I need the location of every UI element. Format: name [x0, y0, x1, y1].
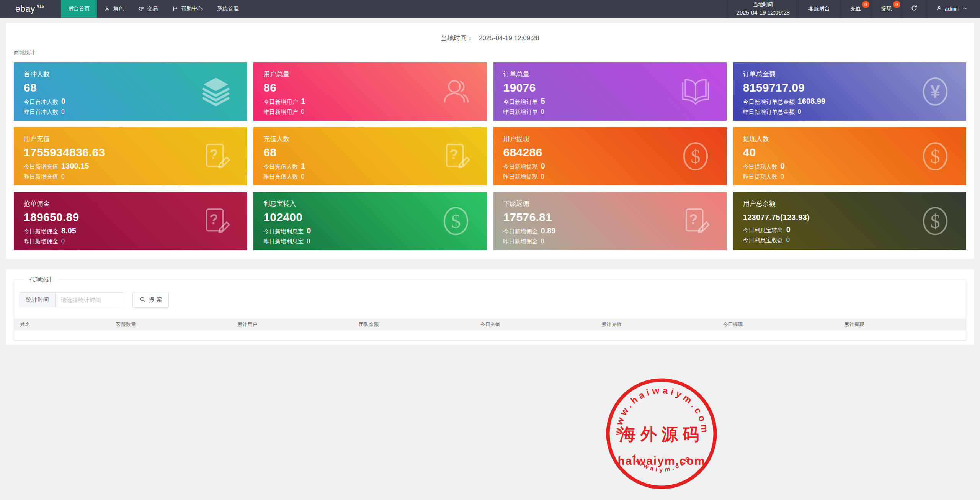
svg-text:$: $ — [451, 210, 461, 232]
stat-card-yesterday-value: 0 — [61, 238, 65, 245]
stat-card-yesterday-label: 昨日新增利息宝 — [263, 238, 304, 245]
table-header-col-2: 客服数量 — [116, 321, 237, 328]
search-button-label: 搜 索 — [149, 296, 162, 303]
page: ebay V16 后台首页 角色 交易 帮助中心 系统管理 当地时间 2025-… — [0, 0, 980, 500]
watermark-stamp: www.haiwaiym.com 海外源码 haiwaiym.com haiwa… — [604, 376, 719, 491]
stat-card-yesterday-label: 昨日新增提现 — [503, 173, 538, 180]
agent-table-header: 姓名客服数量累计用户团队余额今日充值累计充值今日提现累计提现 — [14, 318, 966, 330]
nav-item-2[interactable]: 角色 — [97, 0, 131, 18]
stat-card-today-value: 1300.15 — [61, 162, 89, 170]
stat-card-today-value: 0.89 — [541, 226, 556, 235]
withdraw-badge: 0 — [893, 1, 900, 8]
stat-card-today-label: 今日新增利息宝 — [263, 228, 304, 235]
app-logo[interactable]: ebay V16 — [0, 0, 61, 18]
stat-cards-grid: 首冲人数 68 今日首冲人数 0 昨日首冲人数 0 用户总量 86 今日新增用户… — [14, 62, 966, 252]
withdraw-link[interactable]: 提现 0 — [871, 0, 902, 18]
agent-stats-panel: 代理统计 统计时间 搜 索 姓名客服数量累计用户团队余额今日充值累计充值今日提现… — [6, 269, 974, 345]
top-navbar: ebay V16 后台首页 角色 交易 帮助中心 系统管理 当地时间 2025-… — [0, 0, 980, 18]
nav-item-4[interactable]: 帮助中心 — [165, 0, 210, 18]
recharge-badge: 0 — [862, 1, 869, 8]
book-icon — [679, 75, 712, 108]
yen-circle-icon: ¥ — [919, 75, 952, 108]
stat-card-yesterday-value: 0 — [541, 108, 544, 115]
svg-text:$: $ — [930, 210, 940, 232]
user-menu[interactable]: admin — [926, 0, 980, 18]
nav-item-3[interactable]: 交易 — [131, 0, 165, 18]
search-button[interactable]: 搜 索 — [132, 292, 169, 308]
stamp-ring — [608, 380, 715, 487]
refresh-button[interactable] — [902, 0, 926, 18]
stat-card-7: 用户提现 684286 今日新增提现 0 昨日新增提现 0 $ — [493, 127, 727, 185]
stat-card-yesterday-label: 昨日新增佣金 — [24, 238, 58, 245]
stat-card-today-value: 0 — [307, 226, 311, 235]
table-header-col-4: 团队余额 — [359, 321, 480, 328]
local-time-label: 当地时间 — [753, 1, 773, 8]
stat-card-today-label: 今日新增订单总金额 — [743, 98, 795, 106]
stat-card-yesterday-label: 昨日新增充值 — [24, 173, 58, 180]
stat-time-input[interactable] — [56, 293, 123, 307]
stat-card-1: 首冲人数 68 今日首冲人数 0 昨日首冲人数 0 — [14, 62, 247, 121]
stat-card-6: 充值人数 68 今日充值人数 1 昨日充值人数 0 ? — [253, 127, 487, 185]
stat-time-label: 统计时间 — [20, 293, 56, 307]
stat-card-today-value: 0 — [781, 162, 785, 170]
nav-item-1[interactable]: 后台首页 — [61, 0, 97, 18]
local-time-value: 2025-04-19 12:09:28 — [737, 8, 790, 17]
stat-card-today-label: 今日充值人数 — [263, 163, 298, 170]
recharge-label: 充值 — [850, 5, 861, 12]
dollar-circle-icon: $ — [439, 205, 472, 238]
scales-icon — [138, 6, 144, 12]
support-backend-label: 客服后台 — [808, 5, 830, 12]
stat-card-yesterday-value: 0 — [307, 238, 310, 245]
stat-card-yesterday-label: 今日利息宝收益 — [743, 237, 783, 244]
recharge-link[interactable]: 充值 0 — [840, 0, 871, 18]
stat-card-today-label: 今日新增用户 — [263, 98, 298, 106]
stamp-arc-top-text: www.haiwaiym.com — [612, 385, 710, 436]
dollar-circle-icon: $ — [919, 140, 952, 173]
table-header-col-3: 累计用户 — [237, 321, 359, 328]
person-icon — [104, 6, 110, 12]
stat-card-today-value: 0 — [541, 162, 545, 170]
stat-card-today-value: 8.05 — [61, 226, 76, 235]
table-header-col-7: 今日提现 — [723, 321, 844, 328]
svg-text:?: ? — [689, 211, 697, 227]
logo-version: V16 — [37, 4, 44, 8]
stat-card-10: 利息宝转入 102400 今日新增利息宝 0 昨日新增利息宝 0 $ — [253, 192, 487, 250]
stat-card-2: 用户总量 86 今日新增用户 1 昨日新增用户 0 — [253, 62, 487, 121]
stat-card-yesterday-value: 0 — [781, 173, 784, 180]
agent-filter-row: 统计时间 搜 索 — [20, 292, 966, 308]
layers-icon — [199, 75, 232, 108]
stat-card-yesterday-label: 昨日新增用户 — [263, 108, 298, 116]
nav-menu: 后台首页 角色 交易 帮助中心 系统管理 — [61, 0, 246, 18]
stat-card-today-label: 今日新增订单 — [503, 98, 538, 106]
stat-card-yesterday-label: 昨日新增佣金 — [503, 238, 538, 245]
stat-card-yesterday-label: 昨日新增订单总金额 — [743, 108, 795, 116]
stat-card-today-value: 1608.99 — [798, 97, 825, 106]
doc-edit-icon: ? — [199, 140, 232, 173]
withdraw-label: 提现 — [881, 5, 892, 12]
nav-item-5[interactable]: 系统管理 — [210, 0, 246, 18]
stat-card-today-label: 今日首冲人数 — [24, 98, 58, 106]
support-backend-link[interactable]: 客服后台 — [798, 0, 840, 18]
stat-card-3: 订单总量 19076 今日新增订单 5 昨日新增订单 0 — [493, 62, 727, 121]
stat-card-yesterday-label: 昨日充值人数 — [263, 173, 298, 180]
stat-card-today-label: 今日新增佣金 — [503, 228, 538, 235]
svg-text:?: ? — [449, 147, 458, 162]
doc-edit-icon: ? — [679, 205, 712, 238]
stat-card-today-value: 1 — [301, 162, 305, 170]
stat-card-yesterday-label: 昨日首冲人数 — [24, 108, 58, 116]
local-time-line-label: 当地时间： — [441, 34, 473, 42]
svg-text:?: ? — [210, 211, 218, 227]
agent-stats-title: 代理统计 — [25, 276, 57, 284]
table-header-col-6: 累计充值 — [602, 321, 723, 328]
stat-card-11: 下级返佣 17576.81 今日新增佣金 0.89 昨日新增佣金 0 ? — [493, 192, 727, 250]
stamp-center-en-text: haiwaiym.com — [617, 454, 705, 467]
svg-text:haiwaiym.com: haiwaiym.com — [630, 453, 693, 473]
svg-text:$: $ — [691, 145, 701, 167]
doc-edit-icon: ? — [199, 205, 232, 238]
dollar-circle-icon: $ — [679, 140, 712, 173]
username: admin — [945, 6, 959, 12]
mall-stats-title: 商城统计 — [14, 49, 966, 56]
stat-card-today-label: 今日新增佣金 — [24, 228, 58, 235]
agent-stats-box: 代理统计 统计时间 搜 索 姓名客服数量累计用户团队余额今日充值累计充值今日提现… — [14, 276, 966, 341]
table-header-col-5: 今日充值 — [480, 321, 601, 328]
